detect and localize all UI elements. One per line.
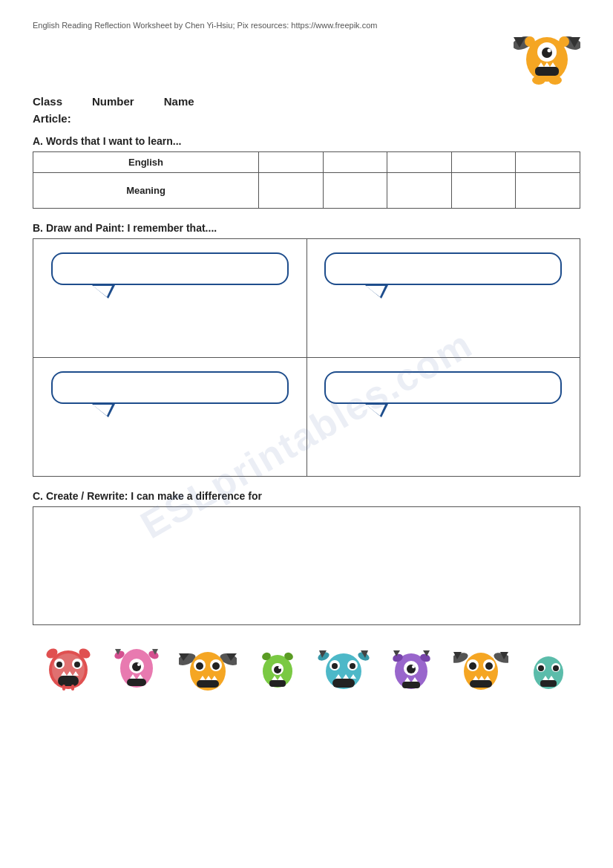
svg-point-65 xyxy=(332,663,338,669)
svg-point-67 xyxy=(350,663,355,669)
speech-bubble-1 xyxy=(51,252,289,297)
svg-point-7 xyxy=(548,49,551,53)
bubble-rect-1 xyxy=(51,252,289,285)
bottom-monster-4 xyxy=(255,643,301,692)
svg-rect-96 xyxy=(470,680,492,688)
svg-point-14 xyxy=(532,76,545,85)
col-5 xyxy=(451,152,516,173)
draw-cell-4 xyxy=(306,358,580,477)
draw-cell-2 xyxy=(306,239,580,358)
bubble-rect-4 xyxy=(324,371,562,404)
bottom-monsters-row xyxy=(33,639,580,698)
section-b-title: B. Draw and Paint: I remember that.... xyxy=(33,222,580,234)
svg-rect-50 xyxy=(197,680,219,688)
header-row: English Reading Reflection Worksheet by … xyxy=(33,21,580,88)
col-english: English xyxy=(33,152,259,173)
svg-point-79 xyxy=(412,665,415,668)
svg-rect-80 xyxy=(402,682,420,688)
speech-bubble-3 xyxy=(51,371,289,416)
bottom-monster-6 xyxy=(387,640,436,692)
draw-cell-3 xyxy=(33,358,307,477)
svg-point-102 xyxy=(538,665,544,671)
svg-point-47 xyxy=(196,662,203,670)
class-label: Class xyxy=(33,95,62,108)
section-a-title: A. Words that I want to learn... xyxy=(33,135,580,147)
meaning-2 xyxy=(259,173,324,209)
draw-row-1 xyxy=(33,239,580,358)
col-4 xyxy=(387,152,452,173)
svg-point-33 xyxy=(137,663,140,666)
meaning-5 xyxy=(451,173,516,209)
bottom-monster-8 xyxy=(525,643,571,692)
speech-bubble-4 xyxy=(324,371,562,416)
meaning-label: Meaning xyxy=(33,173,259,209)
speech-bubble-2 xyxy=(324,252,562,297)
svg-point-21 xyxy=(74,662,80,668)
svg-point-13 xyxy=(559,36,569,47)
monster-top xyxy=(514,21,580,88)
draw-cell-1 xyxy=(33,239,307,358)
table-meaning-row: Meaning xyxy=(33,173,580,209)
rewrite-box xyxy=(33,506,580,625)
table-header-row: English xyxy=(33,152,580,173)
svg-rect-29 xyxy=(71,685,74,691)
meaning-6 xyxy=(516,173,580,209)
bottom-monster-1 xyxy=(42,639,95,692)
svg-point-104 xyxy=(553,665,559,671)
class-number-name-row: Class Number Name xyxy=(33,95,580,108)
svg-rect-68 xyxy=(332,679,355,688)
svg-point-95 xyxy=(485,662,493,670)
page: ESLprintables.com English Reading Reflec… xyxy=(0,0,613,868)
bubble-rect-2 xyxy=(324,252,562,285)
monster-top-svg xyxy=(514,21,580,88)
bottom-monster-7 xyxy=(453,639,508,692)
meaning-4 xyxy=(387,173,452,209)
col-2 xyxy=(259,152,324,173)
svg-rect-58 xyxy=(269,680,286,687)
svg-rect-28 xyxy=(62,685,65,691)
bubble-rect-3 xyxy=(51,371,289,404)
svg-point-57 xyxy=(278,666,281,669)
bottom-monster-3 xyxy=(179,639,237,692)
meaning-3 xyxy=(323,173,387,209)
svg-rect-8 xyxy=(535,67,559,76)
article-label: Article: xyxy=(33,112,580,125)
bottom-monster-5 xyxy=(318,642,370,692)
svg-point-93 xyxy=(469,662,476,670)
svg-point-6 xyxy=(542,48,552,58)
col-3 xyxy=(323,152,387,173)
svg-rect-22 xyxy=(58,676,79,686)
col-6 xyxy=(516,152,580,173)
svg-point-19 xyxy=(56,662,62,668)
svg-point-15 xyxy=(548,76,562,85)
svg-point-49 xyxy=(212,662,220,670)
header-credit: English Reading Reflection Worksheet by … xyxy=(33,21,377,30)
draw-row-2 xyxy=(33,358,580,477)
svg-rect-34 xyxy=(127,679,146,686)
name-label: Name xyxy=(164,95,194,108)
section-c-title: C. Create / Rewrite: I can make a differ… xyxy=(33,490,580,502)
svg-rect-105 xyxy=(540,680,557,687)
number-label: Number xyxy=(92,95,134,108)
draw-grid xyxy=(33,238,580,477)
svg-point-12 xyxy=(525,36,535,47)
words-table: English Meaning xyxy=(33,151,580,209)
bottom-monster-2 xyxy=(112,639,161,692)
